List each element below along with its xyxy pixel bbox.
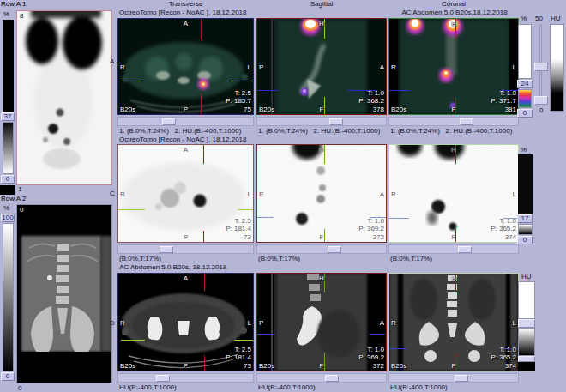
rowA1-image[interactable]: 8 xyxy=(16,10,112,185)
slice-number: 381 xyxy=(505,106,516,113)
rowA1-title: Row A 1 xyxy=(1,0,26,9)
ct-window-lower-handle[interactable] xyxy=(518,356,535,362)
rowA2-gray-scale[interactable] xyxy=(3,223,14,371)
rowA1-upper-threshold-box[interactable]: 37 xyxy=(1,112,15,121)
fusion-color-lut[interactable] xyxy=(518,89,532,108)
row2-series-header: OctreoTomo [Recon - NoAC ], 18.12.2018 xyxy=(119,136,247,144)
slice-number: 372 xyxy=(373,233,384,241)
nm-coronal-panel[interactable]: H F R L 374 T: 1.0P: 365.2 xyxy=(388,144,519,243)
slice-scrollbar[interactable] xyxy=(256,117,387,126)
ct-coronal-panel[interactable]: H F R L B20s 374 T: 1.0P: 365.2 xyxy=(388,273,519,371)
slice-scrollbar[interactable] xyxy=(256,373,387,383)
rowA1-lower-threshold-box[interactable]: 0 xyxy=(1,175,15,184)
orientation-left: L xyxy=(513,190,516,197)
slice-scrollbar[interactable] xyxy=(256,244,387,254)
scrollbar-thumb[interactable] xyxy=(160,246,173,253)
scrollbar-thumb[interactable] xyxy=(325,375,339,382)
slice-number: 374 xyxy=(505,233,516,241)
nm-sagittal-panel[interactable]: H F P A 372 T: 1.0P: 369.2 xyxy=(256,144,387,243)
rowA1-under-label: 1 xyxy=(18,185,21,194)
ct-window-lower-bar[interactable] xyxy=(518,362,535,371)
orientation-head: H xyxy=(451,146,456,154)
fusion-percent-label: % xyxy=(521,15,527,22)
orientation-head: H xyxy=(319,20,324,27)
orientation-feet: F xyxy=(320,233,324,241)
orientation-left: L xyxy=(248,318,251,326)
slice-scrollbar[interactable] xyxy=(117,244,254,254)
rowA2-lower-threshold-box[interactable]: 0 xyxy=(1,372,15,381)
rowA1-scale-footer xyxy=(0,185,15,195)
slice-scrollbar[interactable] xyxy=(388,373,519,383)
orientation-anterior: A xyxy=(184,146,188,154)
rowA1-frame-number: 8 xyxy=(20,12,23,21)
row1-ct-series-header: AC Abdomen 5.0 B20s,18.12.2018 xyxy=(388,9,521,17)
row-marker-c: C xyxy=(110,190,115,197)
thickness-position: T: 1.0P: 365.2 xyxy=(491,346,516,361)
fusion-viewer-screen: Row A 1 % 37 0 8 xyxy=(0,0,566,392)
view-header-transverse: Transverse xyxy=(117,0,254,9)
row2-wl-footer: (B:0%,T:17%) xyxy=(119,255,161,263)
rowA2-image[interactable]: 0 xyxy=(16,204,112,383)
series-label: B20s xyxy=(120,362,135,370)
thickness-position: T: 1.0P: 368.2 xyxy=(358,89,384,105)
orientation-feet: F xyxy=(320,106,324,113)
slice-scrollbar[interactable] xyxy=(388,244,519,254)
fusion-lut-lower-box[interactable]: 0 xyxy=(517,109,533,118)
fused-transverse-panel[interactable]: A P R L B20s 75 T: 2.5P: 185.7 xyxy=(117,18,254,115)
fusion-hu-label: HU xyxy=(551,15,561,22)
rowA2-frame-number: 0 xyxy=(20,206,23,214)
fusion-hu-scale-bar[interactable] xyxy=(550,24,564,112)
rowA1-scale-upper-bar[interactable] xyxy=(3,20,14,112)
scrollbar-thumb[interactable] xyxy=(455,375,468,382)
series-label: B20s xyxy=(391,106,406,113)
orientation-right: R xyxy=(120,318,125,326)
scrollbar-thumb[interactable] xyxy=(156,375,170,382)
ct-gray-scale[interactable] xyxy=(518,328,535,356)
slice-number: 378 xyxy=(373,106,384,113)
scrollbar-thumb[interactable] xyxy=(162,118,176,125)
nm-lower-threshold-box[interactable]: 0 xyxy=(517,236,533,244)
slice-scrollbar[interactable] xyxy=(117,117,254,126)
fused-sagittal-panel[interactable]: H F P A B20s 378 T: 1.0P: 368.2 xyxy=(256,18,387,115)
slice-scrollbar[interactable] xyxy=(388,117,519,126)
orientation-right: R xyxy=(391,63,396,70)
orientation-head: H xyxy=(451,274,456,282)
rowA2-upper-threshold-box[interactable]: 100 xyxy=(1,214,15,222)
scrollbar-thumb[interactable] xyxy=(329,118,343,125)
scrollbar-thumb[interactable] xyxy=(328,246,341,253)
orientation-posterior: P xyxy=(259,190,263,197)
slice-scrollbar[interactable] xyxy=(117,373,254,383)
orientation-left: L xyxy=(513,318,516,326)
fusion-lut-upper-box[interactable]: 24 xyxy=(517,80,533,88)
row-marker-a: A xyxy=(110,57,114,65)
series-label: B20s xyxy=(259,362,274,370)
row3-series-header: AC Abdomen 5.0 B20s, 18.12.2018 xyxy=(119,263,226,272)
orientation-anterior: A xyxy=(380,63,384,70)
fusion-blend-slider-handle2[interactable] xyxy=(534,96,548,105)
orientation-feet: F xyxy=(452,106,456,113)
orientation-right: R xyxy=(120,190,125,197)
ct-sagittal-panel[interactable]: H F P A B20s 372 T: 1.0P: 369.2 xyxy=(256,273,387,371)
nm-gray-scale[interactable] xyxy=(518,224,533,235)
thickness-position: T: 1.0P: 371.7 xyxy=(491,89,516,105)
fusion-blend-slider-handle[interactable] xyxy=(534,63,548,71)
ct-transverse-panel[interactable]: A P R L B20s 73 T: 2.5P: 181.4 xyxy=(117,273,254,371)
scrollbar-thumb[interactable] xyxy=(458,246,472,253)
nm-upper-threshold-box[interactable]: 17 xyxy=(517,214,533,223)
orientation-posterior: P xyxy=(184,362,188,370)
row3-wl-footer: HU(B:-400,T:1000) xyxy=(258,383,316,392)
thickness-position: T: 1.0P: 369.2 xyxy=(358,217,384,232)
orientation-posterior: P xyxy=(184,106,188,113)
slice-number: 374 xyxy=(505,362,516,370)
row2-wl-footer: (B:0%,T:17%) xyxy=(390,255,432,263)
nm-transverse-panel[interactable]: A P R L 73 T: 2.5P: 181.4 xyxy=(117,144,254,243)
ct-window-upper-bar[interactable] xyxy=(518,281,535,319)
ct-window-upper-handle[interactable] xyxy=(518,319,535,328)
rowA1-gray-scale[interactable] xyxy=(3,122,14,174)
thickness-position: T: 1.0P: 365.2 xyxy=(491,217,516,232)
orientation-anterior: A xyxy=(380,318,384,326)
fused-coronal-panel[interactable]: H F R L B20s 381 T: 1.0P: 371.7 xyxy=(388,18,519,115)
scrollbar-thumb[interactable] xyxy=(460,118,473,125)
nm-scale-upper-bar[interactable] xyxy=(518,154,533,214)
fusion-nm-scale-bar[interactable] xyxy=(518,24,532,79)
